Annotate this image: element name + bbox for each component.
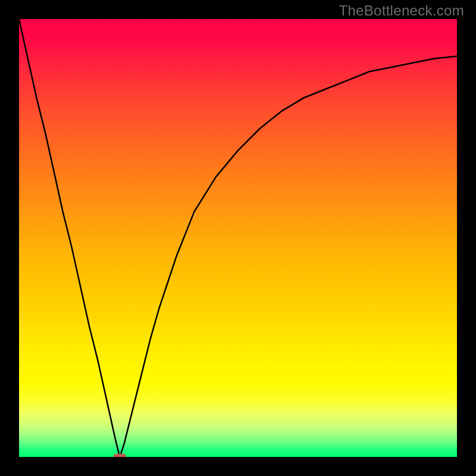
chart-frame: TheBottleneck.com xyxy=(0,0,476,476)
minimum-marker xyxy=(113,454,126,458)
curve-layer xyxy=(19,19,457,457)
bottleneck-curve xyxy=(19,19,457,457)
plot-area xyxy=(19,19,457,457)
watermark-label: TheBottleneck.com xyxy=(339,2,464,19)
